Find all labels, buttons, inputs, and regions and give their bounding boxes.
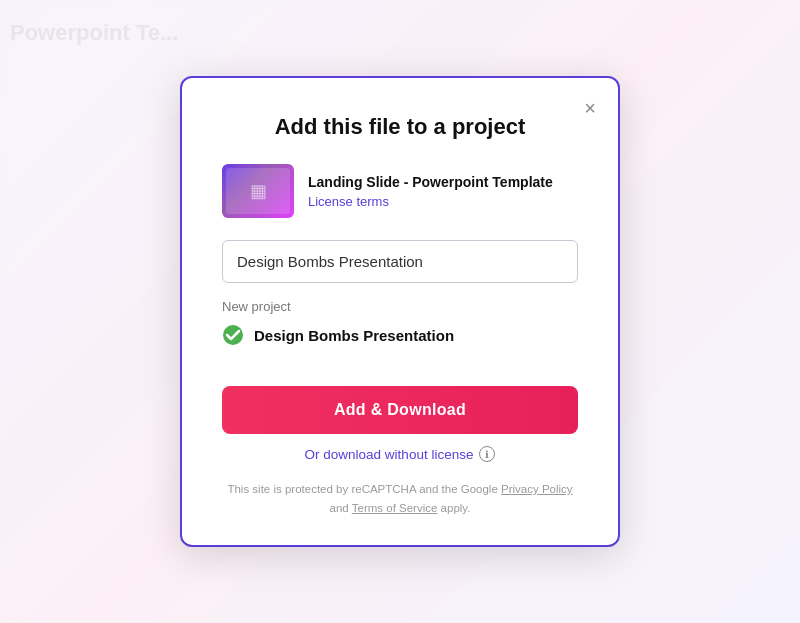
- new-project-label: New project: [222, 299, 578, 314]
- file-name: Landing Slide - Powerpoint Template: [308, 174, 553, 190]
- close-button[interactable]: ×: [580, 94, 600, 122]
- project-option-row[interactable]: Design Bombs Presentation: [222, 324, 578, 346]
- add-download-button[interactable]: Add & Download: [222, 386, 578, 434]
- file-details: Landing Slide - Powerpoint Template Lice…: [308, 174, 553, 209]
- privacy-policy-link[interactable]: Privacy Policy: [501, 483, 573, 495]
- modal-title: Add this file to a project: [222, 114, 578, 140]
- file-info-row: Landing Slide - Powerpoint Template Lice…: [222, 164, 578, 218]
- terms-of-service-link[interactable]: Terms of Service: [352, 502, 438, 514]
- file-thumbnail: [222, 164, 294, 218]
- project-option-name: Design Bombs Presentation: [254, 327, 454, 344]
- check-icon: [222, 324, 244, 346]
- license-terms-link[interactable]: License terms: [308, 194, 553, 209]
- no-license-row: Or download without license ℹ: [222, 446, 578, 462]
- project-name-input[interactable]: [222, 240, 578, 283]
- footer-text-middle: and: [330, 502, 352, 514]
- no-license-link[interactable]: Or download without license: [305, 447, 474, 462]
- info-icon[interactable]: ℹ: [479, 446, 495, 462]
- footer-text-before: This site is protected by reCAPTCHA and …: [227, 483, 501, 495]
- modal-footer: This site is protected by reCAPTCHA and …: [222, 480, 578, 517]
- modal-overlay: × Add this file to a project Landing Sli…: [0, 0, 800, 623]
- modal-container: × Add this file to a project Landing Sli…: [180, 76, 620, 547]
- footer-text-after: apply.: [437, 502, 470, 514]
